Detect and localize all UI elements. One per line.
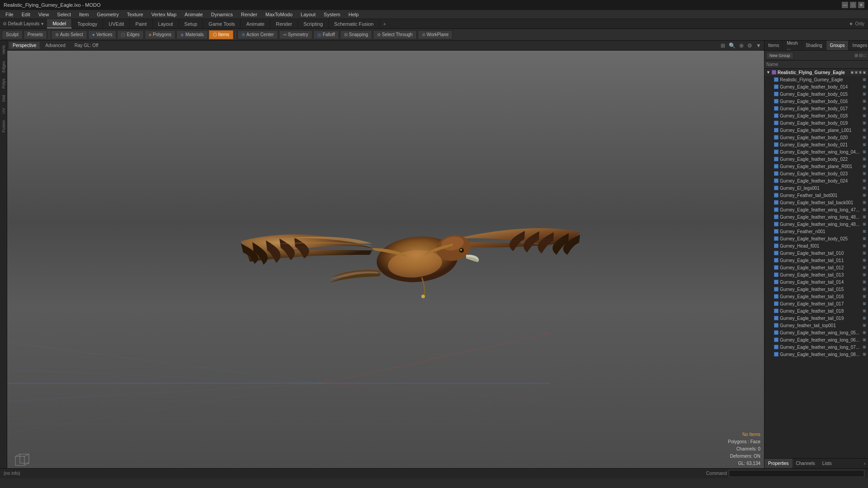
list-item[interactable]: Gurney_Eagle_feather_body_023 v [764, 170, 868, 177]
list-item[interactable]: Gurney_Eagle_feather_tail_015 v [764, 286, 868, 293]
list-item[interactable]: Gurney_Eagle_feather_plane_L001 v [764, 127, 868, 134]
command-input[interactable] [729, 470, 864, 477]
menu-dynamics[interactable]: Dynamics [208, 11, 236, 18]
viewport-ctrl-3[interactable]: ⊕ [738, 42, 745, 49]
viewport-ctrl-1[interactable]: ⊞ [720, 42, 726, 49]
list-item[interactable]: Gurney_Feather_tail_bot001 v [764, 192, 868, 199]
tab-model[interactable]: Model [47, 19, 72, 28]
menu-help[interactable]: Help [345, 11, 363, 18]
sidebar-tab-polys[interactable]: Polys [0, 76, 7, 91]
sidebar-tab-edges[interactable]: Edges [0, 58, 7, 75]
list-item[interactable]: Gurney_Head_f001 v [764, 242, 868, 249]
right-tab-shading[interactable]: Shading [802, 41, 826, 50]
items-button[interactable]: ⬡ Items [209, 30, 233, 39]
select-through-button[interactable]: ⊕ Select Through [373, 30, 417, 39]
right-tab-groups[interactable]: Groups [826, 41, 849, 50]
list-item[interactable]: Gurney_Eagle_feather_wing_long_07... v [764, 343, 868, 351]
edges-button[interactable]: ⬡ Edges [117, 30, 143, 39]
list-item[interactable]: Gurney_Feather_n001 v [764, 228, 868, 235]
menu-item[interactable]: Item [75, 11, 92, 18]
presets-button[interactable]: Presets [24, 30, 47, 39]
tab-render[interactable]: Render [270, 19, 298, 28]
list-item[interactable]: Gurney_Eagle_feather_body_020 v [764, 134, 868, 141]
sidebar-tab-fusion[interactable]: Fusion [0, 117, 7, 135]
layout-selector[interactable]: Default Layouts [8, 21, 40, 26]
list-item[interactable]: Gurney_Eagle_feather_body_015 v [764, 90, 868, 98]
menu-view[interactable]: View [35, 11, 53, 18]
menu-animate[interactable]: Animate [181, 11, 206, 18]
tab-scripting[interactable]: Scripting [298, 19, 329, 28]
group-ctrl-icon-2[interactable]: ⊟ [859, 53, 863, 58]
viewport-tab-advanced[interactable]: Advanced [42, 42, 69, 49]
menu-layout[interactable]: Layout [297, 11, 319, 18]
list-item[interactable]: Gurney_Eagle_feather_tail_019 v [764, 314, 868, 322]
menu-select[interactable]: Select [53, 11, 75, 18]
list-item[interactable]: Gurney_Eagle_feather_wing_long_47... v [764, 206, 868, 213]
list-item[interactable]: Gurney_Eagle_feather_tail_back001 v [764, 199, 868, 206]
workplane-button[interactable]: ⊘ WorkPlane [418, 30, 453, 39]
symmetry-button[interactable]: ⇔ Symmetry [279, 30, 312, 39]
br-tab-lists[interactable]: Lists [819, 459, 835, 468]
scene-content[interactable]: No Items Polygons : Face Channels: 0 Def… [7, 51, 764, 468]
list-item[interactable]: Gurney_Eagle_feather_tail_016 v [764, 293, 868, 300]
list-item[interactable]: Gurney_Eagle_feather_body_014 v [764, 83, 868, 90]
materials-button[interactable]: ◈ Materials [176, 30, 208, 39]
viewport-tab-raygl[interactable]: Ray GL: Off [71, 42, 102, 49]
minimize-button[interactable]: — [842, 2, 848, 8]
tab-paint[interactable]: Paint [130, 19, 152, 28]
add-tab-button[interactable]: + [380, 19, 390, 28]
list-item[interactable]: Gurney_Eagle_feather_wing_long_04... v [764, 148, 868, 155]
menu-system[interactable]: System [320, 11, 344, 18]
menu-edit[interactable]: Edit [18, 11, 34, 18]
vertices-button[interactable]: ● Vertices [88, 30, 117, 39]
close-button[interactable]: ✕ [858, 2, 864, 8]
list-item[interactable]: Gurney_Eagle_feather_body_019 v [764, 119, 868, 127]
right-tab-mesh[interactable]: Mesh ... [783, 41, 802, 50]
menu-file[interactable]: File [2, 11, 17, 18]
sidebar-tab-mat[interactable]: Mat [0, 92, 7, 104]
list-item[interactable]: Gurney_Eagle_feather_body_018 v [764, 112, 868, 119]
list-item[interactable]: Gurney_Eagle_feather_body_022 v [764, 155, 868, 163]
tab-schematic-fusion[interactable]: Schematic Fusion [329, 19, 379, 28]
new-group-button[interactable]: New Group [766, 52, 793, 59]
viewport-ctrl-5[interactable]: ▼ [755, 42, 762, 49]
tab-uvedit[interactable]: UVEdit [103, 19, 130, 28]
sidebar-tab-uv[interactable]: UV [0, 105, 7, 117]
viewport-tab-perspective[interactable]: Perspective [9, 42, 40, 49]
list-item[interactable]: Gurney_Eagle_feather_body_024 v [764, 177, 868, 184]
action-center-button[interactable]: ⊕ Action Center [237, 30, 278, 39]
tab-layout[interactable]: Layout [153, 19, 179, 28]
list-item[interactable]: Gurney_Eagle_feather_tail_018 v [764, 307, 868, 314]
menu-texture[interactable]: Texture [123, 11, 147, 18]
root-group-row[interactable]: ▼ Realistic_Flying_Gurney_Eagle v r l s [764, 69, 868, 76]
list-item[interactable]: Gurney_Eagle_feather_tail_010 v [764, 249, 868, 257]
list-item[interactable]: Gurney_Eagle_feather_body_017 v [764, 105, 868, 112]
list-item[interactable]: Gurney_Eagle_feather_wing_long_48... v [764, 221, 868, 228]
sculpt-button[interactable]: Sculpt [2, 30, 23, 39]
tab-topology[interactable]: Topology [72, 19, 103, 28]
right-tab-items[interactable]: Items [764, 41, 783, 50]
list-item[interactable]: Gurney_Eagle_feather_wing_long_48... v [764, 213, 868, 221]
list-item[interactable]: Gurney_Eagle_feather_tail_011 v [764, 257, 868, 264]
menu-maxtomodo[interactable]: MaxToModo [262, 11, 296, 18]
br-tab-add[interactable]: + [862, 461, 868, 466]
list-item[interactable]: Gurney_Eagle_feather_tail_017 v [764, 300, 868, 307]
list-item[interactable]: Gurney_Eagle_feather_body_025 v [764, 235, 868, 242]
list-item[interactable]: Gurney_feather_tail_top001 v [764, 322, 868, 329]
list-item[interactable]: Gurney_Eagle_feather_wing_long_05... v [764, 329, 868, 336]
right-tab-images[interactable]: Images [849, 41, 868, 50]
polygons-button[interactable]: ■ Polygons [145, 30, 175, 39]
sidebar-tab-verts[interactable]: Verts [0, 42, 7, 57]
maximize-button[interactable]: □ [850, 2, 856, 8]
menu-geometry[interactable]: Geometry [93, 11, 122, 18]
list-item[interactable]: Realistic_Flying_Gurney_Eagle v [764, 76, 868, 83]
viewport-ctrl-4[interactable]: ⚙ [746, 42, 753, 49]
list-item[interactable]: Gurney_Eagle_feather_body_016 v [764, 98, 868, 105]
tab-game-tools[interactable]: Game Tools [203, 19, 241, 28]
items-list[interactable]: ▼ Realistic_Flying_Gurney_Eagle v r l s … [764, 69, 868, 458]
list-item[interactable]: Gurney_Eagle_feather_tail_014 v [764, 278, 868, 286]
br-tab-channels[interactable]: Channels [793, 459, 819, 468]
list-item[interactable]: Gurney_Eagle_feather_body_021 v [764, 141, 868, 148]
list-item[interactable]: Gurney_Eagle_feather_wing_long_08... v [764, 351, 868, 358]
group-ctrl-icon-1[interactable]: ⊞ [854, 53, 858, 58]
